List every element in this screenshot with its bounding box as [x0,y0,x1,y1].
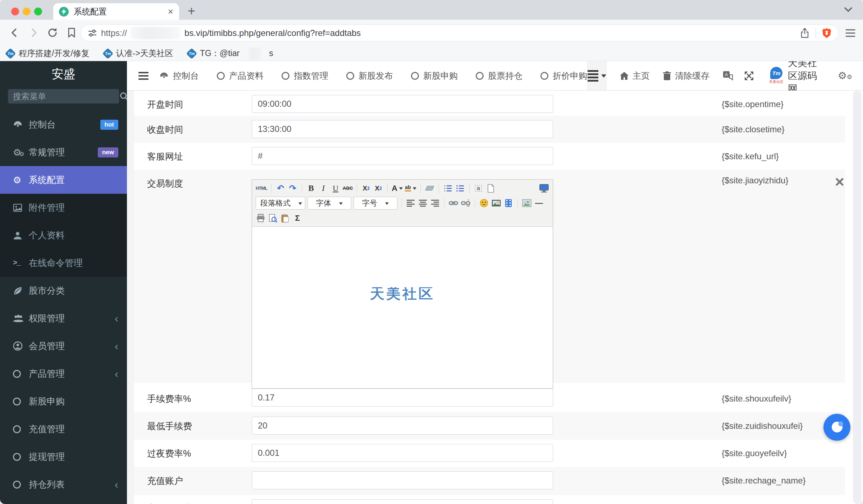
sidebar-item-product-management[interactable]: 产品管理 ‹ [0,360,127,388]
address-bar[interactable]: https:// bs.vip/timibbs.php/general/conf… [81,24,839,41]
print-icon[interactable] [256,213,266,224]
font-family-select[interactable]: 字体 [307,197,351,210]
eraser-icon[interactable] [425,183,435,194]
close-window-button[interactable] [11,8,19,15]
page-scrollbar[interactable] [853,91,862,504]
search-icon[interactable] [119,92,127,101]
italic-button[interactable]: I [318,183,328,194]
sidebar-item-system-config[interactable]: ⚙ 系统配置 [0,166,127,194]
fullscreen-button[interactable] [744,71,754,81]
superscript-button[interactable]: X2 [361,183,371,194]
translate-button[interactable]: A [722,70,733,81]
sidebar-item-withdraw-management[interactable]: 提现管理 [0,443,127,471]
strikethrough-button[interactable]: ABC [343,183,353,194]
sidebar-toggle-icon[interactable] [138,72,149,80]
sidebar-item-general-management[interactable]: ⚙⚙ 常规管理 new [0,138,127,166]
editor-fullscreen-icon[interactable] [539,183,549,194]
sidebar-search[interactable] [8,89,119,104]
opentime-input[interactable] [252,95,553,113]
paste-icon[interactable] [280,213,290,224]
align-left-icon[interactable] [406,198,416,209]
html-source-button[interactable]: HTML [256,183,267,194]
formula-button[interactable]: Σ [292,213,302,224]
sidebar-item-recharge-management[interactable]: 充值管理 [0,415,127,443]
align-center-icon[interactable] [418,198,428,209]
forward-icon[interactable] [28,27,40,38]
maximize-window-button[interactable] [34,8,42,15]
back-icon[interactable] [9,27,20,38]
chat-fab-button[interactable] [823,414,850,441]
tab-ipo-subscribe[interactable]: 新股申购 [411,70,458,82]
anchor-button[interactable]: a [474,183,484,194]
bold-button[interactable]: B [306,183,316,194]
bookmark-item[interactable]: Tm TG：@tiar s [188,47,273,60]
shouxufeilv-input[interactable] [252,389,553,407]
partial-input[interactable] [252,499,553,504]
community-logo[interactable]: Tm 天美社区 [769,67,784,84]
baidu-map-icon[interactable] [522,198,532,209]
align-right-icon[interactable] [430,198,440,209]
editor-content[interactable]: 天美社区 [252,227,553,388]
site-settings-icon[interactable] [87,28,97,38]
sidebar-item-dashboard[interactable]: 控制台 hot [0,111,127,138]
new-page-icon[interactable] [486,183,496,194]
ordered-list-icon[interactable] [443,183,453,194]
kefu-url-input[interactable] [252,147,553,165]
clear-cache-button[interactable]: 清除缓存 [663,70,709,82]
underline-button[interactable]: U [330,183,341,194]
font-color-button[interactable]: A [392,183,403,194]
bookmark-item[interactable]: Tm 程序搭建/开发/修复 [6,48,90,59]
template-var: {$site.guoyefeilv} [722,440,787,458]
unordered-list-icon[interactable] [455,183,465,194]
share-icon[interactable] [800,28,810,38]
guoyefeilv-input[interactable] [252,444,553,462]
tab-close-icon[interactable]: × [168,7,173,16]
font-size-select[interactable]: 字号 [353,197,397,210]
bookmark-icon[interactable] [66,27,77,38]
sidebar-item-stock-category[interactable]: 股市分类 [0,277,127,304]
dashboard-icon [13,120,29,129]
zuidishouxufei-input[interactable] [252,417,553,435]
search-input[interactable] [13,92,119,101]
tabs-dropdown-button[interactable] [587,61,607,90]
tab-ipo-publish[interactable]: 新股发布 [346,70,393,82]
subscript-button[interactable]: X2 [373,183,383,194]
reload-icon[interactable] [47,27,58,38]
undo-icon[interactable]: ↶ [275,183,286,194]
insert-image-icon[interactable] [491,198,501,209]
rechage-name-input[interactable] [252,471,553,489]
sidebar-item-attachment-management[interactable]: 附件管理 [0,194,127,221]
tab-product-info[interactable]: 产品资料 [217,70,264,82]
new-tab-button[interactable]: + [188,4,195,19]
preview-icon[interactable] [268,213,278,224]
sidebar-item-member-management[interactable]: 会员管理 ‹ [0,332,127,360]
rich-text-editor[interactable]: HTML ↶ ↷ B I U ABC [252,179,553,389]
paragraph-format-select[interactable]: 段落格式 [256,197,305,210]
emoji-icon[interactable] [479,198,489,209]
tab-stock-position[interactable]: 股票持仓 [476,70,522,82]
unlink-icon[interactable] [461,198,471,209]
sidebar-item-profile[interactable]: 个人资料 [0,221,127,249]
tab-discount-subscribe[interactable]: 折价申购 [540,70,587,82]
sidebar-item-ipo-subscribe[interactable]: 新股申购 [0,388,127,415]
insert-media-icon[interactable] [503,198,513,209]
closetime-input[interactable] [252,120,553,138]
tab-search-chevron-icon[interactable] [844,6,853,13]
close-icon[interactable] [835,178,844,186]
highlight-button[interactable]: ab [405,183,416,194]
link-icon[interactable] [448,198,458,209]
bookmark-item[interactable]: Tm 认准->天美社区 [104,48,173,59]
sidebar-item-permission-management[interactable]: 权限管理 ‹ [0,304,127,332]
sidebar-item-online-command[interactable]: >_ 在线命令管理 [0,249,127,277]
home-button[interactable]: 主页 [620,70,650,82]
browser-tab[interactable]: 系统配置 × [53,3,179,20]
horizontal-rule-button[interactable]: — [534,198,544,209]
settings-gears-icon[interactable]: ⚙⚙ [838,70,852,82]
browser-menu-icon[interactable] [845,28,856,38]
tab-console[interactable]: 控制台 [159,70,199,82]
sidebar-item-position-list[interactable]: 持仓列表 ‹ [0,471,127,498]
brave-shield-icon[interactable] [822,28,832,38]
minimize-window-button[interactable] [23,8,31,15]
tab-index-management[interactable]: 指数管理 [282,70,328,82]
redo-icon[interactable]: ↷ [288,183,298,194]
